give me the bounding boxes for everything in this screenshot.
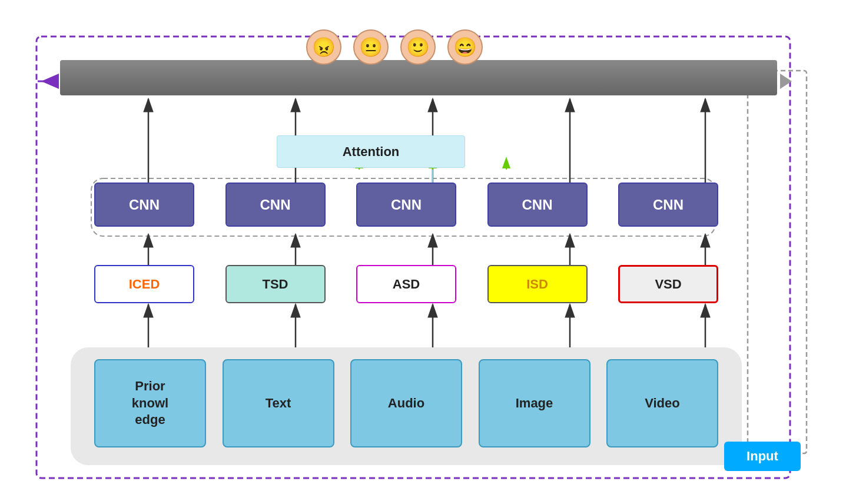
module-tsd: TSD xyxy=(225,265,326,303)
diagram-container: 😠 😐 🙂 😄 Attention CNN CNN CNN CNN CNN IC… xyxy=(24,12,818,489)
input-box-image: Image xyxy=(479,359,590,447)
attention-label: Attention xyxy=(343,144,400,160)
input-row: Prior knowl edge Text Audio Image Video xyxy=(94,359,718,447)
module-asd: ASD xyxy=(356,265,456,303)
svg-rect-3 xyxy=(748,71,807,453)
cnn-box-3: CNN xyxy=(356,183,456,227)
input-box-audio: Audio xyxy=(350,359,462,447)
attention-box: Attention xyxy=(277,135,465,168)
input-box-text: Text xyxy=(223,359,334,447)
cnn-box-2: CNN xyxy=(225,183,326,227)
cnn-box-5: CNN xyxy=(618,183,718,227)
module-iced: ICED xyxy=(94,265,194,303)
module-isd: ISD xyxy=(487,265,588,303)
emoji-sad: 😠 xyxy=(306,29,341,65)
emoji-container: 😠 😐 🙂 😄 xyxy=(306,29,483,65)
cnn-row: CNN CNN CNN CNN CNN xyxy=(94,183,718,227)
output-bar xyxy=(60,60,777,95)
module-row: ICED TSD ASD ISD VSD xyxy=(94,265,718,303)
svg-marker-1 xyxy=(41,74,59,89)
emoji-neutral: 😐 xyxy=(353,29,389,65)
svg-marker-4 xyxy=(780,74,792,89)
emoji-happy: 🙂 xyxy=(400,29,436,65)
input-button[interactable]: Input xyxy=(724,442,801,471)
cnn-box-1: CNN xyxy=(94,183,194,227)
input-box-prior: Prior knowl edge xyxy=(94,359,206,447)
cnn-box-4: CNN xyxy=(487,183,588,227)
input-box-video: Video xyxy=(606,359,718,447)
module-vsd: VSD xyxy=(618,265,718,303)
emoji-very-happy: 😄 xyxy=(447,29,483,65)
